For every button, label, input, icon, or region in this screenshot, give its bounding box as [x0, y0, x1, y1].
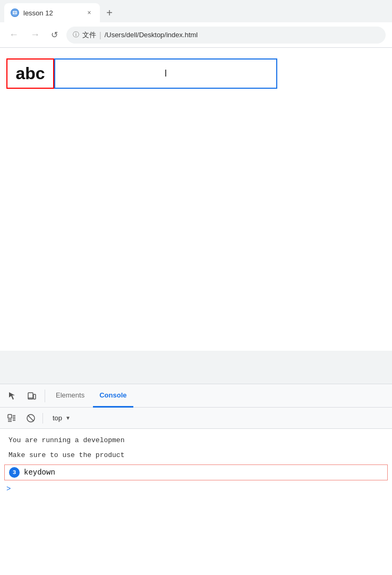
clear-console-button[interactable] — [4, 411, 19, 426]
text-cursor-icon: I — [164, 68, 167, 79]
console-toolbar-divider — [42, 413, 43, 424]
demo-input-area: abc I — [6, 58, 386, 89]
svg-rect-6 — [8, 415, 12, 418]
devtools-panel: Elements Console — [0, 384, 392, 575]
console-prompt[interactable]: > — [0, 483, 392, 495]
url-separator: | — [99, 31, 101, 39]
reload-button[interactable]: ↺ — [49, 28, 60, 42]
block-icon-button[interactable] — [23, 411, 38, 426]
svg-line-14 — [28, 415, 34, 421]
demo-label: abc — [6, 58, 54, 89]
console-toolbar: top ▼ — [0, 408, 392, 429]
tab-favicon — [11, 9, 19, 17]
console-message-1: You are running a developmen — [0, 433, 392, 448]
console-context-dropdown-icon: ▼ — [65, 415, 71, 421]
console-message-2: Make sure to use the product — [0, 448, 392, 463]
browser-viewport: abc I — [0, 48, 392, 351]
devtools-tab-divider — [45, 390, 45, 402]
back-button[interactable]: ← — [6, 27, 21, 43]
url-text-label: 文件 — [82, 30, 96, 40]
tab-console[interactable]: Console — [93, 384, 133, 408]
inspect-element-button[interactable] — [4, 387, 21, 404]
new-tab-button[interactable]: + — [102, 5, 117, 20]
forward-button[interactable]: → — [28, 27, 42, 43]
url-bar[interactable]: ⓘ 文件 | /Users/dell/Desktop/index.html — [66, 27, 386, 44]
browser-tab[interactable]: lesson 12 × — [4, 3, 100, 22]
console-messages-area: You are running a developmen Make sure t… — [0, 429, 392, 500]
log-entry-text: keydown — [24, 468, 55, 477]
console-context-label: top — [53, 414, 62, 422]
keydown-log-entry: 3 keydown — [4, 464, 388, 480]
tab-elements[interactable]: Elements — [49, 384, 91, 408]
log-count-badge: 3 — [9, 467, 20, 478]
tab-bar: lesson 12 × + — [0, 0, 392, 22]
prompt-arrow-icon: > — [6, 485, 11, 493]
url-info-icon: ⓘ — [73, 30, 79, 39]
url-path: /Users/dell/Desktop/index.html — [105, 31, 198, 39]
tab-title: lesson 12 — [23, 9, 53, 17]
device-toolbar-button[interactable] — [23, 387, 40, 404]
browser-chrome: lesson 12 × + ← → ↺ ⓘ 文件 | /Users/dell/D… — [0, 0, 392, 351]
console-context-selector[interactable]: top ▼ — [47, 412, 76, 424]
svg-rect-4 — [33, 394, 36, 399]
address-bar: ← → ↺ ⓘ 文件 | /Users/dell/Desktop/index.h… — [0, 22, 392, 48]
demo-text-input[interactable]: I — [54, 58, 277, 89]
devtools-tab-bar: Elements Console — [0, 384, 392, 408]
tab-close-button[interactable]: × — [85, 9, 93, 17]
